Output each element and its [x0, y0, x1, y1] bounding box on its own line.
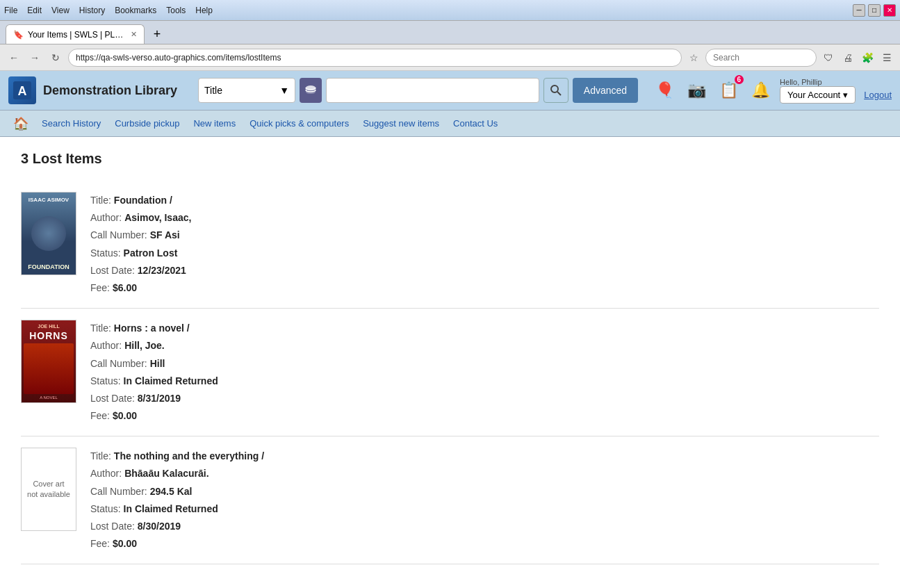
item-details-1: Title: Horns : a novel / Author: Hill, J… — [90, 320, 879, 425]
print-icon[interactable]: 🖨 — [840, 50, 856, 65]
main-content: 3 Lost Items ISAAC ASIMOV FOUNDATION — [0, 137, 900, 588]
status-value-1: In Claimed Returned — [124, 373, 218, 390]
extensions-icon[interactable]: 🧩 — [860, 50, 875, 65]
menu-tools[interactable]: Tools — [166, 6, 186, 15]
book-cover-0[interactable]: ISAAC ASIMOV FOUNDATION — [21, 192, 76, 275]
cover-placeholder: Cover art not available — [22, 473, 76, 506]
reload-button[interactable]: ↻ — [47, 49, 64, 66]
menu-file[interactable]: File — [4, 6, 17, 15]
minimize-button[interactable]: ─ — [853, 4, 865, 17]
item-details-0: Title: Foundation / Author: Asimov, Isaa… — [90, 192, 879, 297]
list-icon[interactable]: 📋 6 — [716, 78, 741, 103]
menu-edit[interactable]: Edit — [27, 6, 42, 15]
fee-value-2: $0.00 — [113, 535, 137, 553]
search-input[interactable] — [326, 78, 539, 103]
nav-search-history[interactable]: Search History — [36, 118, 106, 129]
account-chevron-icon: ▾ — [843, 90, 848, 100]
account-dropdown-button[interactable]: Your Account ▾ — [780, 86, 856, 104]
tab-close-button[interactable]: ✕ — [131, 30, 137, 39]
lostdate-value-0: 12/23/2021 — [138, 262, 186, 279]
firefox-shield-icon: 🛡 — [821, 50, 836, 65]
fee-label-1: Fee: — [90, 407, 110, 425]
list-item: JOE HILL HORNS A NOVEL Title: Horns : a … — [21, 309, 879, 436]
svg-line-4 — [557, 92, 561, 95]
fee-label-2: Fee: — [90, 535, 110, 553]
author-value-1: Hill, Joe. — [124, 337, 165, 354]
title-label-0: Title: — [90, 192, 111, 209]
menu-help[interactable]: Help — [195, 6, 213, 15]
browser-search-input[interactable] — [705, 49, 817, 67]
close-button[interactable]: ✕ — [883, 4, 896, 17]
bell-icon[interactable]: 🔔 — [748, 78, 773, 103]
logout-button[interactable]: Logout — [864, 90, 892, 100]
author-value-0: Asimov, Isaac, — [124, 209, 191, 227]
svg-point-3 — [551, 85, 558, 92]
lostdate-value-2: 8/30/2019 — [138, 518, 181, 535]
fee-label-0: Fee: — [90, 279, 110, 297]
menu-bookmarks[interactable]: Bookmarks — [115, 6, 156, 15]
lostdate-value-1: 8/31/2019 — [138, 390, 181, 407]
item-list: ISAAC ASIMOV FOUNDATION Title: Foundatio… — [21, 181, 879, 564]
lostdate-label-1: Lost Date: — [90, 390, 135, 407]
fee-value-1: $0.00 — [113, 407, 137, 425]
title-value-2: The nothing and the everything / — [114, 448, 264, 465]
account-label: Your Account — [787, 90, 840, 100]
menu-view[interactable]: View — [51, 6, 69, 15]
nav-contact-us[interactable]: Contact Us — [448, 118, 503, 129]
camera-icon[interactable]: 📷 — [684, 78, 709, 103]
svg-text:A: A — [18, 84, 27, 98]
callnum-value-1: Hill — [150, 355, 165, 373]
callnum-value-2: 294.5 Kal — [150, 483, 193, 500]
status-value-2: In Claimed Returned — [124, 500, 218, 518]
author-label-0: Author: — [90, 209, 122, 227]
nav-new-items[interactable]: New items — [188, 118, 241, 129]
nav-suggest-new-items[interactable]: Suggest new items — [357, 118, 445, 129]
bookmark-star-icon[interactable]: ☆ — [686, 50, 701, 65]
browser-tab[interactable]: 🔖 Your Items | SWLS | PLATT | Aut... ✕ — [6, 24, 145, 44]
callnum-label-1: Call Number: — [90, 355, 147, 373]
search-type-label: Title — [204, 85, 222, 96]
status-label-1: Status: — [90, 373, 121, 390]
notification-badge: 6 — [735, 75, 744, 84]
nav-curbside-pickup[interactable]: Curbside pickup — [109, 118, 185, 129]
hello-text: Hello, Phillip — [780, 78, 822, 86]
tab-title: Your Items | SWLS | PLATT | Aut... — [28, 30, 126, 40]
book-cover-1[interactable]: JOE HILL HORNS A NOVEL — [21, 320, 76, 403]
item-details-2: Title: The nothing and the everything / … — [90, 448, 879, 553]
status-value-0: Patron Lost — [124, 245, 178, 262]
status-label-0: Status: — [90, 245, 121, 262]
menu-history[interactable]: History — [79, 6, 105, 15]
list-item: Cover art not available Title: The nothi… — [21, 436, 879, 564]
title-label-2: Title: — [90, 448, 111, 465]
status-label-2: Status: — [90, 500, 121, 518]
author-label-2: Author: — [90, 465, 122, 482]
dropdown-arrow-icon: ▼ — [279, 85, 289, 96]
maximize-button[interactable]: □ — [868, 4, 881, 17]
nav-quick-picks[interactable]: Quick picks & computers — [244, 118, 354, 129]
menu-icon[interactable]: ☰ — [879, 50, 894, 65]
title-value-1: Horns : a novel / — [114, 320, 190, 337]
advanced-search-button[interactable]: Advanced — [573, 78, 638, 103]
search-button[interactable] — [543, 78, 568, 103]
fee-value-0: $6.00 — [113, 279, 137, 297]
back-button[interactable]: ← — [6, 49, 22, 66]
search-type-dropdown[interactable]: Title ▼ — [198, 78, 295, 103]
lostdate-label-0: Lost Date: — [90, 262, 135, 279]
forward-button[interactable]: → — [26, 49, 43, 66]
lostdate-label-2: Lost Date: — [90, 518, 135, 535]
list-item: ISAAC ASIMOV FOUNDATION Title: Foundatio… — [21, 181, 879, 309]
balloon-icon[interactable]: 🎈 — [652, 78, 677, 103]
callnum-label-0: Call Number: — [90, 227, 147, 244]
author-label-1: Author: — [90, 337, 122, 354]
title-label-1: Title: — [90, 320, 111, 337]
callnum-value-0: SF Asi — [150, 227, 180, 244]
database-icon[interactable] — [300, 78, 322, 103]
home-button[interactable]: 🏠 — [11, 114, 31, 133]
new-tab-button[interactable]: + — [147, 24, 167, 44]
callnum-label-2: Call Number: — [90, 483, 147, 500]
author-value-2: Bhāaāu Kalacurāi. — [124, 465, 208, 482]
title-value-0: Foundation / — [114, 192, 172, 209]
book-cover-2[interactable]: Cover art not available — [21, 448, 76, 531]
app-title: Demonstration Library — [43, 83, 177, 98]
address-input[interactable] — [68, 49, 682, 67]
